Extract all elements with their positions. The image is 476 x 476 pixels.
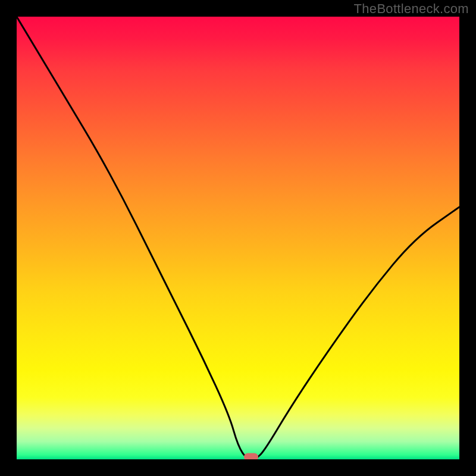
- chart-frame: TheBottleneck.com: [0, 0, 476, 476]
- optimum-marker: [244, 453, 258, 460]
- watermark-text: TheBottleneck.com: [354, 1, 469, 17]
- plot-area: [17, 17, 459, 459]
- bottleneck-curve: [17, 17, 459, 459]
